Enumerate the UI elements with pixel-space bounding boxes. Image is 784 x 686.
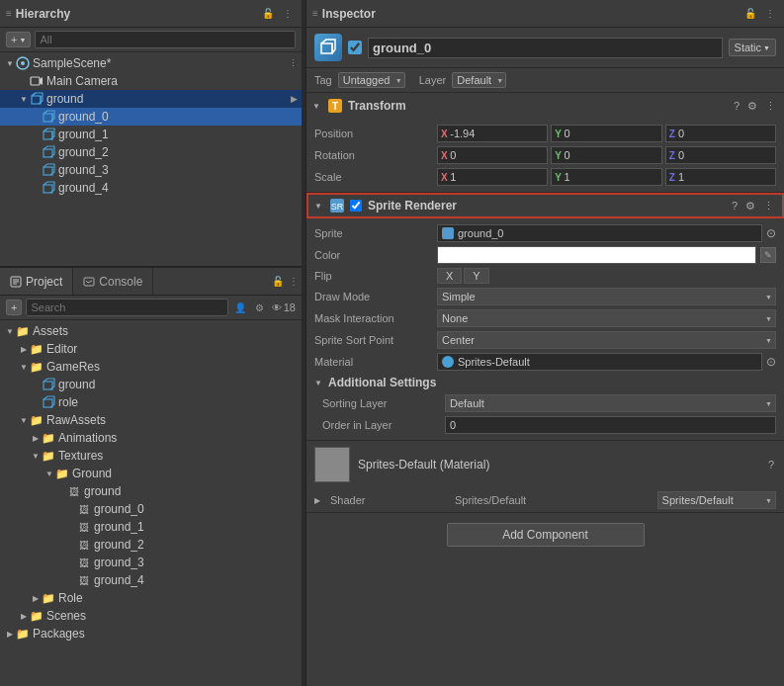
hierarchy-item-ground[interactable]: ▼ ground ▶ — [0, 90, 302, 108]
console-tab-icon — [83, 276, 95, 288]
project-item-gameres[interactable]: ▼ 📁 GameRes — [0, 358, 302, 376]
material-help-btn[interactable]: ? — [766, 459, 776, 471]
hierarchy-item-ground4[interactable]: ▶ ground_4 — [0, 179, 302, 197]
mask-select-wrapper: None — [437, 309, 776, 327]
hierarchy-item-ground3[interactable]: ▶ ground_3 — [0, 161, 302, 179]
position-label: Position — [314, 128, 433, 139]
flip-group: X Y — [437, 268, 489, 284]
rot-z-label: Z — [669, 150, 676, 161]
project-more-btn[interactable]: ⋮ — [286, 274, 302, 290]
project-item-ground-file[interactable]: ▶ 🖼 ground — [0, 482, 302, 500]
project-add-btn[interactable]: + — [6, 300, 22, 315]
project-item-ground2-file[interactable]: ▶ 🖼 ground_2 — [0, 536, 302, 554]
tab-project[interactable]: Project — [0, 268, 73, 295]
add-component-button[interactable]: Add Component — [447, 523, 645, 547]
sprite-renderer-settings-btn[interactable]: ⚙ — [743, 200, 757, 213]
hierarchy-item-ground0[interactable]: ▶ ground_0 — [0, 108, 302, 126]
material-obj-label: Sprites-Default — [458, 356, 757, 368]
sprite-renderer-help-btn[interactable]: ? — [730, 200, 740, 213]
transform-header[interactable]: ▼ T Transform ? ⚙ ⋮ — [306, 93, 784, 119]
project-label-ground0-file: ground_0 — [94, 502, 144, 516]
project-item-scenes[interactable]: ▶ 📁 Scenes — [0, 607, 302, 625]
transform-settings-btn[interactable]: ⚙ — [745, 100, 759, 113]
flip-y-btn[interactable]: Y — [464, 268, 488, 284]
project-item-ground3-file[interactable]: ▶ 🖼 ground_3 — [0, 554, 302, 571]
hierarchy-item-ground1[interactable]: ▶ ground_1 — [0, 126, 302, 143]
project-lock-btn[interactable]: 🔓 — [270, 274, 286, 290]
inspector-more-btn[interactable]: ⋮ — [762, 6, 778, 22]
sprite-renderer-active-checkbox[interactable] — [350, 200, 362, 212]
gameobject-active-checkbox[interactable] — [348, 41, 362, 54]
scale-y-input[interactable] — [565, 171, 658, 183]
hierarchy-more-btn[interactable]: ⋮ — [280, 6, 296, 22]
transform-help-btn[interactable]: ? — [732, 100, 741, 113]
rawassets-folder-icon: 📁 — [30, 413, 44, 427]
hierarchy-item-maincamera[interactable]: ▶ Main Camera — [0, 72, 302, 90]
svg-text:T: T — [332, 101, 338, 112]
material-label: Material — [314, 356, 433, 368]
rotation-z-input[interactable] — [678, 149, 772, 161]
gameobject-name-field[interactable] — [368, 38, 723, 58]
project-item-ground0-file[interactable]: ▶ 🖼 ground_0 — [0, 500, 302, 518]
project-item-ground4-file[interactable]: ▶ 🖼 ground_4 — [0, 571, 302, 589]
project-item-textures[interactable]: ▼ 📁 Textures — [0, 447, 302, 465]
position-z-input[interactable] — [678, 128, 772, 139]
sprite-sort-point-select[interactable]: Center — [437, 331, 776, 349]
hierarchy-item-ground2[interactable]: ▶ ground_2 — [0, 143, 302, 161]
project-search-input[interactable] — [26, 299, 227, 316]
ground-more-icon[interactable]: ▶ — [291, 94, 298, 104]
position-x-input[interactable] — [450, 128, 544, 139]
transform-body: Position X Y Z — [306, 119, 784, 192]
transform-more-btn[interactable]: ⋮ — [763, 100, 778, 113]
project-filter-icon[interactable]: ⚙ — [252, 300, 268, 315]
hierarchy-search-input[interactable] — [35, 31, 296, 48]
shader-select[interactable]: Sprites/Default — [657, 491, 776, 509]
hierarchy-add-btn[interactable]: + ▼ — [6, 32, 31, 47]
project-user-icon[interactable]: 👤 — [232, 300, 248, 315]
mask-interaction-select[interactable]: None — [437, 309, 776, 327]
sprite-select-btn[interactable]: ⊙ — [766, 226, 776, 240]
project-label-ground4-file: ground_4 — [94, 573, 144, 587]
project-item-assets[interactable]: ▼ 📁 Assets — [0, 322, 302, 340]
material-preview-swatch[interactable] — [314, 447, 350, 482]
layer-select[interactable]: Default — [452, 72, 506, 88]
project-item-ground-res[interactable]: ▶ ground — [0, 376, 302, 393]
color-eyedropper-btn[interactable]: ✎ — [760, 247, 776, 263]
ground3-cube-icon — [42, 163, 55, 177]
hierarchy-lock-btn[interactable]: 🔓 — [260, 6, 276, 22]
order-in-layer-input[interactable] — [445, 416, 776, 434]
material-select-btn[interactable]: ⊙ — [766, 355, 776, 369]
sprite-renderer-title: Sprite Renderer — [368, 199, 726, 213]
flip-label: Flip — [314, 270, 433, 282]
static-button[interactable]: Static ▼ — [729, 39, 776, 56]
project-item-ground-folder[interactable]: ▼ 📁 Ground — [0, 465, 302, 482]
project-item-rawassets[interactable]: ▼ 📁 RawAssets — [0, 411, 302, 429]
project-item-animations[interactable]: ▶ 📁 Animations — [0, 429, 302, 447]
project-item-packages[interactable]: ▶ 📁 Packages — [0, 625, 302, 643]
project-item-role-dir[interactable]: ▶ 📁 Role — [0, 589, 302, 607]
sorting-layer-select[interactable]: Default — [445, 394, 776, 412]
samplescene-more-icon[interactable]: ⋮ — [289, 58, 298, 68]
scale-z-input[interactable] — [678, 171, 772, 183]
project-item-ground1-file[interactable]: ▶ 🖼 ground_1 — [0, 518, 302, 536]
tag-select[interactable]: Untagged — [338, 72, 405, 88]
console-tab-label: Console — [99, 275, 142, 289]
color-swatch[interactable] — [437, 246, 756, 264]
additional-settings-header[interactable]: ▼ Additional Settings — [306, 373, 784, 392]
rotation-y-input[interactable] — [565, 149, 658, 161]
project-item-role[interactable]: ▶ role — [0, 393, 302, 411]
svg-rect-25 — [321, 43, 332, 53]
flip-x-btn[interactable]: X — [437, 268, 462, 284]
hierarchy-item-samplescene[interactable]: ▼ SampleScene* ⋮ — [0, 54, 302, 72]
svg-line-22 — [88, 281, 92, 283]
sprite-renderer-more-btn[interactable]: ⋮ — [761, 200, 776, 213]
tab-console[interactable]: Console — [73, 268, 153, 295]
project-item-editor[interactable]: ▶ 📁 Editor — [0, 340, 302, 358]
shader-select-wrapper: Sprites/Default — [657, 491, 776, 509]
sprite-renderer-header[interactable]: ▼ SR Sprite Renderer ? ⚙ ⋮ — [306, 193, 784, 218]
inspector-lock-btn[interactable]: 🔓 — [742, 6, 758, 22]
rotation-x-input[interactable] — [450, 149, 544, 161]
draw-mode-select[interactable]: Simple — [437, 288, 776, 305]
position-y-input[interactable] — [565, 128, 658, 139]
scale-x-input[interactable] — [450, 171, 544, 183]
